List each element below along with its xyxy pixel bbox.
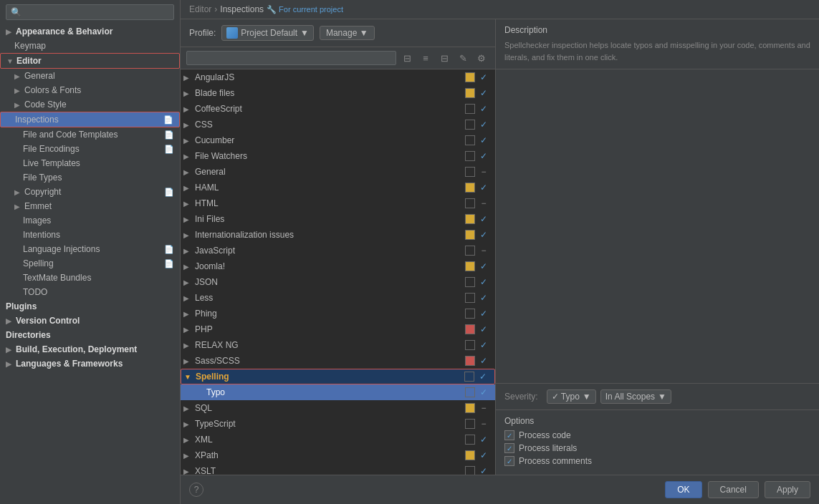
- list-item[interactable]: ▶ RELAX NG ✓: [181, 337, 495, 353]
- description-text: Spellchecker inspection helps locate typ…: [504, 39, 810, 63]
- sidebar-item-plugins[interactable]: Plugins: [0, 299, 180, 314]
- check-icon: ✓: [478, 434, 489, 445]
- edit-icon[interactable]: ✎: [455, 50, 471, 66]
- option-label-code: Process code: [519, 430, 571, 440]
- severity-value: ✓ Typo: [552, 392, 580, 402]
- manage-button[interactable]: Manage ▼: [320, 26, 375, 40]
- page-icon: 📄: [163, 115, 173, 125]
- sidebar-item-general[interactable]: ▶ General: [0, 69, 180, 83]
- check-icon: ✓: [478, 261, 489, 272]
- check-icon: −: [478, 166, 489, 178]
- list-item[interactable]: ▶ Sass/SCSS ✓: [181, 353, 495, 369]
- sidebar-item-language-injections[interactable]: Language Injections 📄: [0, 242, 180, 256]
- description-panel: Description Spellchecker inspection help…: [496, 19, 819, 475]
- sidebar-item-images[interactable]: Images: [0, 213, 180, 228]
- list-item[interactable]: ▶ Cucumber ✓: [181, 132, 495, 148]
- list-item[interactable]: ▶ SQL −: [181, 400, 495, 416]
- profile-dropdown[interactable]: Project Default ▼: [221, 25, 314, 41]
- sidebar-item-languages[interactable]: ▶ Languages & Frameworks: [0, 357, 180, 371]
- severity-color: [465, 230, 475, 240]
- sidebar-item-intentions[interactable]: Intentions: [0, 228, 180, 242]
- help-button[interactable]: ?: [189, 483, 203, 497]
- list-item[interactable]: ▶ AngularJS ✓: [181, 69, 495, 85]
- sidebar-item-file-templates[interactable]: File and Code Templates 📄: [0, 127, 180, 142]
- severity-color: [465, 356, 475, 366]
- list-item-spelling[interactable]: ▼ Spelling ✓: [181, 369, 495, 384]
- sidebar-item-spelling[interactable]: Spelling 📄: [0, 256, 180, 271]
- list-item[interactable]: ▶ General −: [181, 164, 495, 180]
- project-link[interactable]: 🔧 For current project: [267, 5, 343, 14]
- filter-icon[interactable]: ⊟: [399, 50, 415, 66]
- check-icon: −: [478, 198, 489, 209]
- list-item[interactable]: ▶ JavaScript −: [181, 243, 495, 258]
- check-icon: ✓: [478, 276, 489, 288]
- list-item[interactable]: ▶ Internationalization issues ✓: [181, 227, 495, 243]
- list-item[interactable]: ▶ PHP ✓: [181, 321, 495, 337]
- sidebar-item-todo[interactable]: TODO: [0, 285, 180, 299]
- list-item[interactable]: ▶ Phing ✓: [181, 306, 495, 321]
- severity-color: [465, 214, 475, 224]
- expand-all-icon[interactable]: ≡: [418, 50, 434, 66]
- check-icon: ✓: [478, 324, 489, 335]
- settings-icon[interactable]: ⚙: [474, 50, 489, 66]
- ok-button[interactable]: OK: [665, 481, 701, 498]
- options-heading: Options: [504, 416, 810, 426]
- sidebar-item-version-control[interactable]: ▶ Version Control: [0, 314, 180, 328]
- sidebar-item-file-encodings[interactable]: File Encodings 📄: [0, 142, 180, 156]
- list-item[interactable]: ▶ TypeScript −: [181, 416, 495, 432]
- sidebar-item-editor[interactable]: ▼ Editor: [0, 53, 180, 69]
- list-item[interactable]: ▶ XPath ✓: [181, 447, 495, 463]
- arrow-icon: ▶: [14, 87, 21, 94]
- arrow-icon: ▼: [6, 57, 14, 65]
- process-literals-checkbox[interactable]: ✓: [504, 443, 514, 453]
- severity-dropdown[interactable]: ✓ Typo ▼: [547, 389, 596, 404]
- sidebar-item-keymap[interactable]: Keymap: [0, 39, 180, 53]
- sidebar-item-live-templates[interactable]: Live Templates: [0, 156, 180, 170]
- sidebar-item-inspections[interactable]: Inspections 📄: [0, 112, 180, 127]
- description-section: Description Spellchecker inspection help…: [496, 19, 819, 69]
- sidebar-item-textmate[interactable]: TextMate Bundles: [0, 271, 180, 285]
- inspections-search-input[interactable]: [186, 51, 396, 65]
- list-item[interactable]: ▶ HTML −: [181, 195, 495, 211]
- severity-color: [465, 120, 475, 130]
- sidebar-item-copyright[interactable]: ▶ Copyright 📄: [0, 185, 180, 199]
- sidebar-item-code-style[interactable]: ▶ Code Style: [0, 97, 180, 112]
- process-code-checkbox[interactable]: ✓: [504, 430, 514, 440]
- inspections-toolbar: ⊟ ≡ ⊟ ✎ ⚙: [181, 47, 495, 69]
- severity-color: [465, 246, 475, 256]
- apply-button[interactable]: Apply: [765, 481, 810, 498]
- arrow-icon: ▶: [14, 188, 21, 196]
- list-item[interactable]: ▶ Less ✓: [181, 290, 495, 306]
- sidebar-item-directories[interactable]: Directories: [0, 328, 180, 342]
- list-item[interactable]: ▶ CoffeeScript ✓: [181, 101, 495, 117]
- collapse-all-icon[interactable]: ⊟: [436, 50, 452, 66]
- list-item[interactable]: ▶ XML ✓: [181, 432, 495, 447]
- arrow-icon: ▶: [6, 346, 13, 354]
- list-item[interactable]: ▶ Joomla! ✓: [181, 258, 495, 274]
- list-item[interactable]: ▶ JSON ✓: [181, 274, 495, 290]
- list-item[interactable]: ▶ Blade files ✓: [181, 85, 495, 101]
- list-item[interactable]: ▶ HAML ✓: [181, 180, 495, 195]
- page-icon: 📄: [164, 130, 174, 140]
- sidebar-search-input[interactable]: [6, 4, 174, 20]
- desc-spacer: [496, 69, 819, 384]
- sidebar-item-colors[interactable]: ▶ Colors & Fonts: [0, 83, 180, 97]
- severity-color: [465, 198, 475, 208]
- dropdown-arrow-icon: ▼: [658, 392, 666, 402]
- breadcrumb-current: Inspections: [220, 4, 264, 14]
- severity-color: [465, 72, 475, 82]
- sidebar-item-emmet[interactable]: ▶ Emmet: [0, 199, 180, 213]
- list-item[interactable]: ▶ File Watchers ✓: [181, 148, 495, 164]
- list-item[interactable]: ▶ Ini Files ✓: [181, 211, 495, 227]
- scope-dropdown[interactable]: In All Scopes ▼: [600, 389, 671, 404]
- sidebar-item-build[interactable]: ▶ Build, Execution, Deployment: [0, 342, 180, 357]
- process-comments-checkbox[interactable]: ✓: [504, 456, 514, 466]
- list-item[interactable]: ▶ XSLT ✓: [181, 463, 495, 475]
- list-item-typo[interactable]: Typo ✓: [181, 384, 495, 400]
- cancel-button[interactable]: Cancel: [708, 481, 759, 498]
- list-item[interactable]: ▶ CSS ✓: [181, 117, 495, 132]
- severity-label: Severity:: [504, 392, 538, 402]
- severity-color: [465, 104, 475, 114]
- sidebar-item-appearance[interactable]: ▶ Appearance & Behavior: [0, 24, 180, 39]
- sidebar-item-file-types[interactable]: File Types: [0, 170, 180, 185]
